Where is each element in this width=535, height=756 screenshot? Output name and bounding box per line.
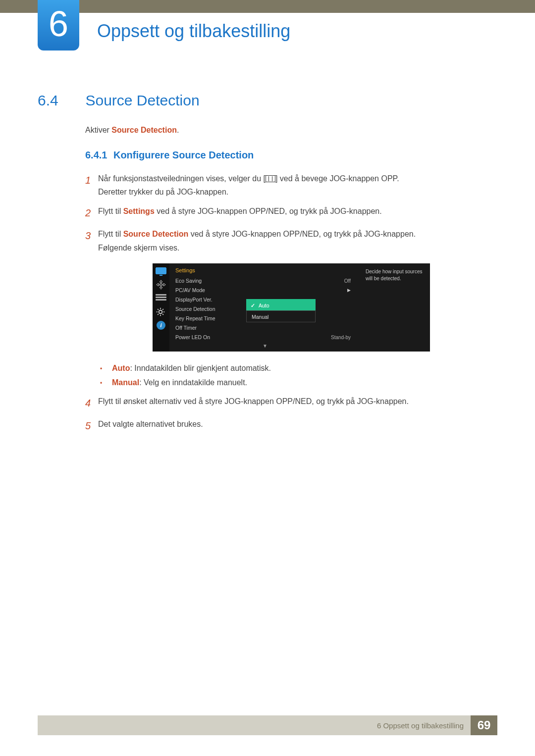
option-bullets: • Auto: Inndatakilden blir gjenkjent aut… [100,361,497,390]
step3-term: Source Detection [123,230,189,238]
osd-src-label: Source Detection [175,304,215,314]
chapter-badge: 6 [38,0,79,50]
chevron-right-icon: ▶ [347,286,355,295]
step3-a: Flytt til [98,230,123,238]
footer-page-number: 69 [471,715,497,735]
subsection-heading: 6.4.1 Konfigurere Source Detection [85,150,497,161]
step-num-1: 1 [85,172,98,199]
osd-row-eco: Eco Saving Off [175,276,355,286]
monitor-icon [156,267,166,274]
osd-row-led: Power LED On Stand-by [175,333,355,342]
osd-dp-value [351,295,355,304]
top-border [0,0,535,13]
osd-row-timer: Off Timer [175,323,355,333]
step-4: 4 Flytt til ønsket alternativ ved å styr… [85,395,497,411]
step-1: 1 Når funksjonstastveiledningen vises, v… [85,172,497,199]
bullet-auto-term: Auto [112,364,130,372]
step2-term: Settings [123,207,155,215]
intro-suffix: . [177,126,179,134]
step-num-3: 3 [85,227,98,254]
subsection-number: 6.4.1 [85,150,107,160]
step1-part1a: Når funksjonstastveiledningen vises, vel… [98,174,266,183]
step-num-2: 2 [85,204,98,221]
osd-led-value: Stand-by [331,333,355,342]
step2-a: Flytt til [98,207,123,215]
osd-description: Decide how input sources will be detecte… [361,263,430,352]
gear-icon [156,307,166,316]
osd-key-label: Key Repeat Time [175,314,215,323]
list-icon [156,293,166,302]
step-2: 2 Flytt til Settings ved å styre JOG-kna… [85,204,497,221]
osd-key-value [351,314,355,323]
intro-line: Aktiver Source Detection. [85,126,497,135]
move-icon [156,279,166,288]
osd-led-label: Power LED On [175,333,210,342]
section-title: Source Detection [85,92,199,109]
bullet-manual: • Manual: Velg en inndatakilde manuelt. [100,376,497,390]
osd-option-auto: Auto [246,299,316,311]
info-icon: i [157,321,165,330]
section-number: 6.4 [38,92,83,109]
bullet-auto: • Auto: Inndatakilden blir gjenkjent aut… [100,361,497,376]
intro-prefix: Aktiver [85,126,111,134]
bullet-dot-icon: • [100,361,112,376]
bullet-dot-icon: • [100,376,112,390]
osd-sidebar: i [153,263,169,352]
osd-timer-value [351,323,355,333]
step-body-2: Flytt til Settings ved å styre JOG-knapp… [98,204,497,221]
step-num-5: 5 [85,417,98,434]
osd-option-manual: Manual [246,310,316,322]
step3-p2: Følgende skjerm vises. [98,244,180,252]
step-body-5: Det valgte alternativet brukes. [98,417,497,434]
bullet-manual-term: Manual [112,378,139,387]
osd-row-pcav: PC/AV Mode ▶ [175,286,355,295]
bullet-auto-text: : Inndatakilden blir gjenkjent automatis… [130,364,271,372]
step1-part1b: ] ved å bevege JOG-knappen OPP. [275,174,399,183]
footer-bar: 6 Oppsett og tilbakestilling 69 [38,715,497,735]
menu-icon [266,175,275,182]
chapter-title: Oppsett og tilbakestilling [97,21,290,42]
bullet-manual-text: : Velg en inndatakilde manuelt. [139,378,247,387]
osd-eco-label: Eco Saving [175,276,202,286]
osd-main: Settings Eco Saving Off PC/AV Mode ▶ Dis… [169,263,361,352]
step-5: 5 Det valgte alternativet brukes. [85,417,497,434]
step-body-1: Når funksjonstastveiledningen vises, vel… [98,172,497,199]
step2-b: ved å styre JOG-knappen OPP/NED, og tryk… [155,207,382,215]
osd-src-value [351,304,355,314]
footer-text: 6 Oppsett og tilbakestilling [377,721,471,730]
svg-point-0 [159,310,162,313]
osd-pcav-label: PC/AV Mode [175,286,205,295]
osd-panel: i Settings Eco Saving Off PC/AV Mode ▶ D… [153,263,430,352]
steps-list-cont: 4 Flytt til ønsket alternativ ved å styr… [85,395,497,434]
step-body-3: Flytt til Source Detection ved å styre J… [98,227,497,254]
intro-term: Source Detection [111,126,177,134]
steps-list: 1 Når funksjonstastveiledningen vises, v… [85,172,497,254]
osd-screenshot: i Settings Eco Saving Off PC/AV Mode ▶ D… [85,263,497,352]
step3-b: ved å styre JOG-knappen OPP/NED, og tryk… [188,230,416,238]
osd-eco-value: Off [344,276,355,286]
section-heading: 6.4 Source Detection [38,92,497,109]
bullet-auto-body: Auto: Inndatakilden blir gjenkjent autom… [112,361,271,376]
osd-options-popup: Auto Manual [246,299,316,322]
bullet-manual-body: Manual: Velg en inndatakilde manuelt. [112,376,247,390]
osd-dp-label: DisplayPort Ver. [175,295,213,304]
osd-heading: Settings [175,267,355,273]
step-body-4: Flytt til ønsket alternativ ved å styre … [98,395,497,411]
osd-timer-label: Off Timer [175,323,197,333]
step-num-4: 4 [85,395,98,411]
step-3: 3 Flytt til Source Detection ved å styre… [85,227,497,254]
page-content: 6.4 Source Detection Aktiver Source Dete… [38,92,497,440]
step1-part2: Deretter trykker du på JOG-knappen. [98,188,228,196]
subsection-title: Konfigurere Source Detection [113,150,254,160]
chevron-down-icon: ▼ [175,343,355,349]
